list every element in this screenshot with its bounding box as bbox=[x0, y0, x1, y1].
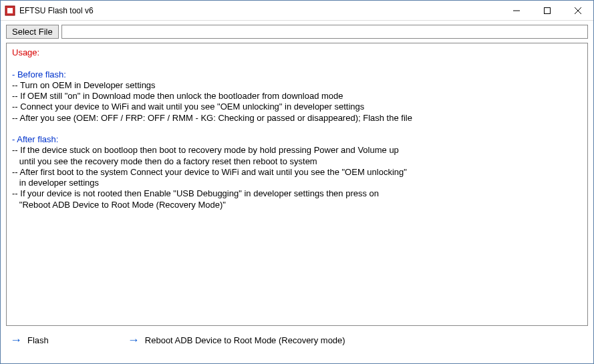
toolbar: Select File bbox=[1, 21, 593, 41]
before-flash-heading: - Before flash: bbox=[12, 69, 582, 80]
usage-line: -- After you see (OEM: OFF / FRP: OFF / … bbox=[12, 113, 582, 124]
usage-line: -- After first boot to the system Connec… bbox=[12, 167, 582, 178]
usage-panel: Usage: - Before flash: -- Turn on OEM in… bbox=[6, 43, 588, 326]
svg-rect-3 bbox=[545, 7, 551, 13]
reboot-action[interactable]: → Reboot ADB Device to Root Mode (Recove… bbox=[128, 334, 345, 346]
usage-line: "Reboot ADB Device to Root Mode (Recover… bbox=[12, 200, 582, 210]
reboot-label: Reboot ADB Device to Root Mode (Recovery… bbox=[145, 335, 345, 345]
usage-line: -- If OEM still "on" in Download mode th… bbox=[12, 91, 582, 102]
after-flash-heading: - After flash: bbox=[12, 134, 582, 145]
usage-line: -- If your device is not rooted then Ena… bbox=[12, 188, 582, 199]
window-title: EFTSU Flash tool v6 bbox=[19, 6, 501, 15]
usage-line: -- Connect your device to WiFi and wait … bbox=[12, 102, 582, 112]
select-file-button[interactable]: Select File bbox=[6, 25, 59, 39]
title-bar: EFTSU Flash tool v6 bbox=[1, 1, 593, 21]
maximize-button[interactable] bbox=[532, 1, 563, 20]
usage-line: in developer settings bbox=[12, 178, 582, 188]
usage-line: until you see the recovery mode then do … bbox=[12, 156, 582, 167]
app-icon bbox=[5, 5, 15, 16]
flash-action[interactable]: → Flash bbox=[10, 334, 49, 346]
bottom-bar: → Flash → Reboot ADB Device to Root Mode… bbox=[1, 330, 593, 351]
arrow-right-icon: → bbox=[10, 334, 22, 346]
flash-label: Flash bbox=[27, 335, 49, 345]
file-path-input[interactable] bbox=[61, 25, 588, 39]
arrow-right-icon: → bbox=[128, 334, 140, 346]
usage-line: -- Turn on OEM in Developer settings bbox=[12, 80, 582, 91]
svg-rect-1 bbox=[7, 8, 13, 13]
window-controls bbox=[501, 1, 593, 20]
close-button[interactable] bbox=[563, 1, 593, 20]
usage-heading: Usage: bbox=[12, 47, 582, 58]
usage-line: -- If the device stuck on bootloop then … bbox=[12, 145, 582, 156]
minimize-button[interactable] bbox=[501, 1, 532, 20]
